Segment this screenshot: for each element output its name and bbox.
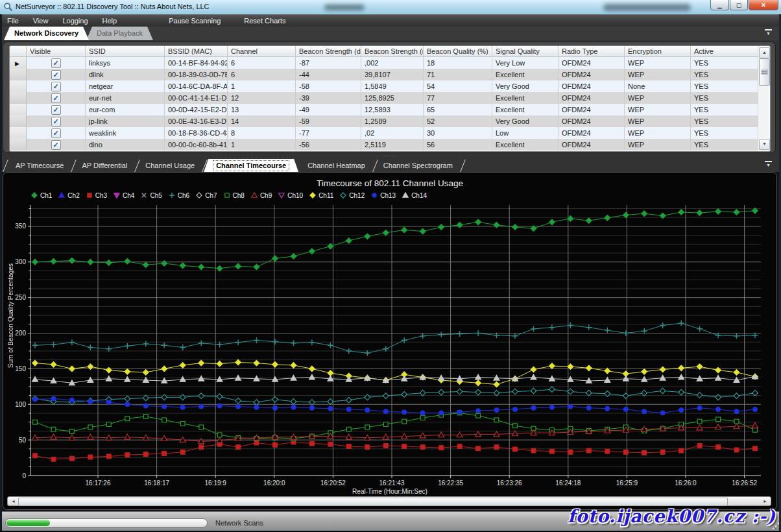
splitter-handle[interactable]: .....: [0, 153, 781, 158]
visible-checkbox[interactable]: ✓: [51, 70, 61, 80]
bssid-cell: 00-0C-41-14-E1-D5: [165, 92, 228, 104]
radio_type-cell: OFDM24: [559, 115, 625, 127]
table-row[interactable]: ✓eur-com00-0D-42-15-E2-D613-4912,589365E…: [10, 104, 770, 115]
column-header[interactable]: Beacon Strength (d...: [296, 46, 361, 57]
encryption-cell: WEP: [625, 115, 691, 127]
visible-checkbox[interactable]: ✓: [51, 93, 61, 103]
table-row[interactable]: ✓weaklink00-18-F8-36-CD-438-77,0230LowOF…: [10, 127, 770, 139]
row-selector[interactable]: [10, 80, 27, 92]
svg-text:16:21:43: 16:21:43: [379, 479, 405, 487]
menu-view[interactable]: View: [26, 15, 56, 27]
background-window-artifact: [603, 4, 691, 11]
visible-checkbox[interactable]: ✓: [51, 117, 61, 127]
svg-text:16:20:0: 16:20:0: [263, 479, 285, 487]
svg-text:16:26:52: 16:26:52: [732, 479, 757, 487]
tab-channel-spectrogram[interactable]: Channel Spectrogram: [374, 159, 462, 172]
row-selector[interactable]: [10, 69, 27, 80]
scroll-up-icon[interactable]: ▲: [759, 47, 770, 58]
table-row[interactable]: ✓jp-link00-0E-43-16-E3-D714-591,258952Ve…: [10, 115, 770, 127]
encryption-cell: WEP: [625, 69, 691, 80]
channel-cell: 1: [228, 139, 296, 151]
chart-scroll-thumb[interactable]: [18, 498, 728, 506]
column-header[interactable]: Encryption: [625, 46, 691, 57]
legend-marker-icon: [223, 191, 232, 199]
visible-checkbox[interactable]: ✓: [51, 58, 61, 68]
column-header[interactable]: SSID: [86, 46, 165, 57]
tab-channel-usage[interactable]: Channel Usage: [136, 159, 204, 172]
x-axis-label: Real-Time (Hour:Min:Sec): [3, 488, 776, 495]
menu-file[interactable]: File: [0, 15, 26, 27]
row-selector[interactable]: [10, 115, 27, 127]
active-cell: YES: [691, 80, 759, 92]
legend-marker-icon: [168, 191, 176, 199]
chart-panel: Timecourse of 802.11 Channel Usage Ch1Ch…: [3, 172, 777, 510]
beacon_dbm-cell: -77: [296, 127, 361, 139]
svg-text:50: 50: [19, 437, 27, 444]
row-selector[interactable]: ▶: [10, 57, 27, 69]
tab-data-playback[interactable]: Data Playback: [86, 27, 153, 40]
table-row[interactable]: ✓dlink00-18-39-03-0D-7B6-4439,810771Exce…: [10, 69, 770, 80]
visible-cell: ✓: [27, 127, 86, 139]
tab-ap-differential[interactable]: AP Differential: [73, 159, 136, 172]
column-header[interactable]: Radio Type: [559, 46, 625, 57]
column-header[interactable]: Signal Quality: [492, 46, 559, 57]
legend-item-ch6: Ch6: [168, 191, 189, 199]
menu-help[interactable]: Help: [95, 15, 125, 27]
minimize-button[interactable]: ▁: [710, 0, 729, 10]
pause-scanning-button[interactable]: Pause Scanning: [162, 15, 228, 27]
maximize-button[interactable]: ▢: [730, 0, 748, 10]
menu-logging[interactable]: Logging: [55, 15, 95, 27]
visible-checkbox[interactable]: ✓: [51, 82, 61, 91]
network-table: VisibleSSIDBSSID (MAC)ChannelBeacon Stre…: [9, 45, 771, 152]
column-header[interactable]: BSSID (MAC): [165, 46, 228, 57]
bssid-cell: 00-0E-43-16-E3-D7: [165, 115, 228, 127]
legend-item-ch5: Ch5: [140, 191, 162, 199]
channel-cell: 1: [228, 80, 296, 92]
svg-text:200: 200: [15, 330, 26, 337]
visible-checkbox[interactable]: ✓: [51, 105, 61, 115]
tab-channel-timecourse[interactable]: Channel Timecourse: [204, 159, 298, 172]
tab-ap-timecourse[interactable]: AP Timecourse: [6, 159, 73, 172]
channel-cell: 8: [228, 127, 296, 139]
signal_quality-cell: Excellent: [492, 139, 559, 151]
scroll-left-icon[interactable]: ◄: [9, 498, 18, 505]
column-header[interactable]: Beacon Quality (%): [424, 46, 492, 57]
table-row[interactable]: ✓dino00-00-0c-60-8b-411-562,511956Excell…: [10, 139, 770, 151]
close-button[interactable]: ✕: [749, 0, 778, 10]
app-magnifier-icon: [3, 2, 14, 12]
tab-channel-heatmap[interactable]: Channel Heatmap: [298, 159, 374, 172]
column-header[interactable]: Channel: [228, 46, 296, 57]
chart-horizontal-scrollbar[interactable]: ◄ ►: [7, 496, 771, 506]
grid-options-icon[interactable]: ▼: [765, 29, 772, 36]
table-row[interactable]: ▶✓linksys00-14-BF-84-94-926-87,00218Very…: [10, 57, 770, 69]
row-selector[interactable]: [10, 127, 27, 139]
beacon_quality-cell: 65: [424, 104, 492, 115]
table-scroll-thumb[interactable]: [759, 58, 770, 86]
table-row[interactable]: ✓netgear00-14-6C-DA-8F-A81-581,584954Ver…: [10, 80, 770, 92]
column-header[interactable]: Visible: [27, 46, 86, 57]
reset-charts-button[interactable]: Reset Charts: [237, 15, 293, 27]
legend-item-ch3: Ch3: [86, 191, 107, 199]
legend-item-ch11: Ch11: [309, 191, 333, 199]
window-title: NetSurveyor :: 802.11 Discovery Tool :: …: [16, 3, 210, 10]
legend-marker-icon: [86, 191, 94, 199]
beacon_quality-cell: 30: [424, 127, 492, 139]
bssid-cell: 00-14-6C-DA-8F-A8: [165, 80, 228, 92]
row-selector[interactable]: [10, 139, 27, 151]
chart-options-icon[interactable]: ▼: [765, 161, 772, 168]
radio_type-cell: OFDM24: [559, 127, 625, 139]
scroll-down-icon[interactable]: ▼: [759, 139, 770, 150]
visible-cell: ✓: [27, 92, 86, 104]
radio_type-cell: OFDM24: [559, 57, 625, 69]
visible-checkbox[interactable]: ✓: [51, 140, 61, 150]
table-vertical-scrollbar[interactable]: ▲ ▼: [758, 47, 769, 151]
beacon_mw-cell: 125,8925: [361, 92, 424, 104]
column-header[interactable]: Active: [691, 46, 759, 57]
column-header[interactable]: Beacon Strength (m...: [361, 46, 424, 57]
scroll-right-icon[interactable]: ►: [761, 498, 769, 505]
row-selector[interactable]: [10, 92, 27, 104]
row-selector[interactable]: [10, 104, 27, 115]
tab-network-discovery[interactable]: Network Discovery: [4, 27, 89, 40]
table-row[interactable]: ✓eur-net00-0C-41-14-E1-D512-39125,892577…: [10, 92, 770, 104]
visible-checkbox[interactable]: ✓: [51, 128, 61, 138]
